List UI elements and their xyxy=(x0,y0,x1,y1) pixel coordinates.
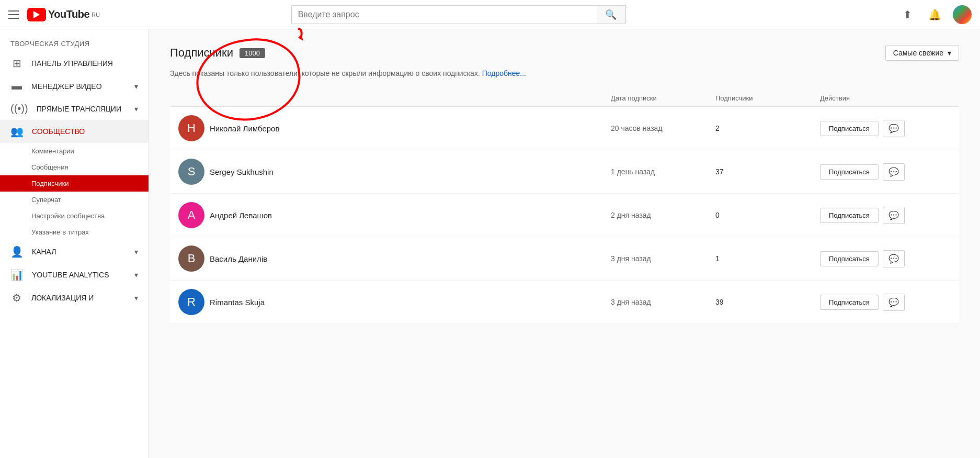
subscriber-avatar: R xyxy=(178,289,210,315)
logo-text: YouTube xyxy=(48,8,89,20)
col-avatar xyxy=(178,94,210,102)
avatar: S xyxy=(178,159,204,185)
sidebar-sub-item-community-settings[interactable]: Настройки сообщества xyxy=(0,208,149,224)
chevron-down-icon: ▾ xyxy=(134,105,138,113)
col-name xyxy=(210,94,611,102)
sub-actions: Подписаться 💬 xyxy=(820,120,951,137)
subscribe-button[interactable]: Подписаться xyxy=(820,164,879,180)
sidebar-item-label: ЛОКАЛИЗАЦИЯ И xyxy=(31,294,94,302)
header-left: YouTubeRU xyxy=(8,8,155,21)
info-link[interactable]: Подробнее... xyxy=(482,69,526,77)
sidebar: ТВОРЧЕСКАЯ СТУДИЯ ⊞ ПАНЕЛЬ УПРАВЛЕНИЯ ▬ … xyxy=(0,29,149,458)
sidebar-item-video-manager[interactable]: ▬ МЕНЕДЖЕР ВИДЕО ▾ xyxy=(0,75,149,97)
analytics-icon: 📊 xyxy=(10,269,24,281)
sub-date: 1 день назад xyxy=(611,167,715,176)
sidebar-sub-item-superchat[interactable]: Суперчат xyxy=(0,192,149,208)
subscriber-name: Sergey Sukhushin xyxy=(210,167,611,176)
sidebar-item-live[interactable]: ((•)) ПРЯМЫЕ ТРАНСЛЯЦИИ ▾ xyxy=(0,97,149,120)
chevron-down-icon: ▾ xyxy=(134,248,138,256)
sub-count: 39 xyxy=(715,298,820,306)
user-avatar[interactable] xyxy=(953,5,972,24)
col-subscribers: Подписчики xyxy=(715,94,820,102)
subscriber-name: Андрей Левашов xyxy=(210,211,611,220)
col-date: Дата подписки xyxy=(611,94,715,102)
sidebar-sub-item-comments[interactable]: Комментарии xyxy=(0,143,149,159)
message-button[interactable]: 💬 xyxy=(883,250,905,267)
sub-count: 1 xyxy=(715,254,820,263)
dashboard-icon: ⊞ xyxy=(10,57,23,70)
sidebar-sub-item-subscribers[interactable]: Подписчики xyxy=(0,175,149,192)
subscriber-avatar: S xyxy=(178,159,210,185)
channel-icon: 👤 xyxy=(10,245,24,258)
subscriber-avatar: В xyxy=(178,245,210,272)
table-row: R Rimantas Skuja 3 дня назад 39 Подписат… xyxy=(170,281,959,324)
chevron-down-icon: ▾ xyxy=(948,49,951,57)
menu-button[interactable] xyxy=(8,10,19,19)
sub-actions: Подписаться 💬 xyxy=(820,294,951,311)
main-content: Подписчики 1000 Самые свежие ▾ Здесь пок… xyxy=(149,29,980,458)
search-bar: 🔍 xyxy=(291,5,626,24)
sidebar-item-community[interactable]: 👥 СООБЩЕСТВО xyxy=(0,120,149,143)
search-button[interactable]: 🔍 xyxy=(597,5,626,24)
sidebar-sub-item-messages[interactable]: Сообщения xyxy=(0,159,149,175)
sidebar-item-label: СООБЩЕСТВО xyxy=(32,127,85,136)
logo-ru: RU xyxy=(92,12,100,18)
studio-title: ТВОРЧЕСКАЯ СТУДИЯ xyxy=(0,29,149,52)
upload-button[interactable]: ⬆ xyxy=(898,5,917,24)
message-button[interactable]: 💬 xyxy=(883,120,905,137)
chevron-down-icon: ▾ xyxy=(134,271,138,279)
sidebar-sub-item-credits[interactable]: Указание в титрах xyxy=(0,224,149,240)
count-badge: 1000 xyxy=(240,48,265,58)
avatar: Н xyxy=(178,115,204,141)
col-actions: Действия xyxy=(820,94,951,102)
message-button[interactable]: 💬 xyxy=(883,294,905,311)
sidebar-item-label: ПРЯМЫЕ ТРАНСЛЯЦИИ xyxy=(37,105,121,113)
logo[interactable]: YouTubeRU xyxy=(27,8,100,21)
community-icon: 👥 xyxy=(10,125,24,138)
sort-label: Самые свежие xyxy=(893,49,943,57)
page-title-area: Подписчики 1000 xyxy=(170,46,265,60)
page-header: Подписчики 1000 Самые свежие ▾ xyxy=(170,45,959,61)
bell-icon: 🔔 xyxy=(928,8,941,21)
avatar: А xyxy=(178,202,204,228)
sidebar-item-dashboard[interactable]: ⊞ ПАНЕЛЬ УПРАВЛЕНИЯ xyxy=(0,52,149,75)
sub-count: 0 xyxy=(715,211,820,219)
sub-count: 2 xyxy=(715,124,820,132)
layout: ТВОРЧЕСКАЯ СТУДИЯ ⊞ ПАНЕЛЬ УПРАВЛЕНИЯ ▬ … xyxy=(0,29,980,458)
sub-date: 2 дня назад xyxy=(611,211,715,219)
sub-count: 37 xyxy=(715,167,820,176)
subscribe-button[interactable]: Подписаться xyxy=(820,295,879,310)
sub-actions: Подписаться 💬 xyxy=(820,207,951,224)
sidebar-item-label: ПАНЕЛЬ УПРАВЛЕНИЯ xyxy=(31,59,113,68)
sub-date: 20 часов назад xyxy=(611,124,715,132)
avatar: R xyxy=(178,289,204,315)
sub-date: 3 дня назад xyxy=(611,298,715,306)
sidebar-item-localization[interactable]: ⚙ ЛОКАЛИЗАЦИЯ И ▾ xyxy=(0,286,149,309)
subscribe-button[interactable]: Подписаться xyxy=(820,208,879,223)
sidebar-item-channel[interactable]: 👤 КАНАЛ ▾ xyxy=(0,240,149,263)
sidebar-item-analytics[interactable]: 📊 YOUTUBE ANALYTICS ▾ xyxy=(0,263,149,286)
message-button[interactable]: 💬 xyxy=(883,207,905,224)
table-row: S Sergey Sukhushin 1 день назад 37 Подпи… xyxy=(170,150,959,194)
subscriber-name: Василь Данилів xyxy=(210,254,611,263)
notifications-button[interactable]: 🔔 xyxy=(926,5,944,24)
search-icon: 🔍 xyxy=(605,9,617,20)
message-button[interactable]: 💬 xyxy=(883,163,905,181)
subscriber-name: Rimantas Skuja xyxy=(210,298,611,307)
table-row: А Андрей Левашов 2 дня назад 0 Подписать… xyxy=(170,194,959,237)
info-text: Здесь показаны только пользователи, кото… xyxy=(170,69,959,77)
youtube-logo-icon xyxy=(27,8,46,21)
subscribe-button[interactable]: Подписаться xyxy=(820,251,879,266)
table-row: В Василь Данилів 3 дня назад 1 Подписать… xyxy=(170,237,959,281)
sort-dropdown[interactable]: Самые свежие ▾ xyxy=(885,45,959,61)
table-row: Н Николай Лимберов 20 часов назад 2 Подп… xyxy=(170,107,959,150)
search-input[interactable] xyxy=(291,5,597,24)
chevron-down-icon: ▾ xyxy=(134,294,138,302)
subscriber-avatar: А xyxy=(178,202,210,228)
subscribe-button[interactable]: Подписаться xyxy=(820,121,879,136)
avatar: В xyxy=(178,245,204,272)
page-title: Подписчики xyxy=(170,46,233,60)
chevron-down-icon: ▾ xyxy=(134,82,138,91)
subscriber-avatar: Н xyxy=(178,115,210,141)
video-manager-icon: ▬ xyxy=(10,80,23,92)
